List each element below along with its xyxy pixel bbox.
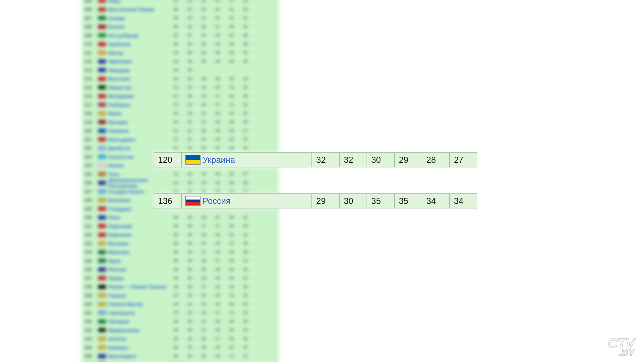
background-ranking-table: 105Перу363432312729106Восточный Тимор363… [82,0,279,362]
bg-score: 33 [201,302,207,307]
bg-score: 35 [201,267,207,272]
bg-table-row: 107Алжир353331313131 [82,14,279,23]
bg-score: 29 [201,232,207,237]
bg-score: 33 [201,172,207,176]
bg-table-row: 115Пакистан333334353434 [82,83,279,92]
bg-score: 30 [201,128,207,133]
bg-score: 25 [228,224,235,228]
bg-score: 35 [201,146,207,151]
bg-country-name: Ангола [108,336,173,342]
bg-score: 31 [215,16,221,20]
bg-score: 32 [173,128,179,133]
bg-score: 29 [173,319,179,324]
bg-country-name: Эфиопия [108,58,173,64]
bg-score: 30 [242,337,249,341]
bg-scores: 323232332930 [173,120,249,124]
bg-score: 25 [228,285,235,289]
bg-score: 27 [201,224,207,228]
bg-country-name: Гвинея [108,293,173,298]
bg-score: 32 [215,146,221,151]
bg-rank: 136 [84,267,98,272]
bg-score: 29 [228,120,235,124]
bg-score: 27 [201,250,207,255]
bg-scores: 353535333635 [173,42,249,47]
bg-score: 35 [215,137,221,142]
bg-score: 40 [215,33,221,38]
bg-scores: 293029252521 [173,276,249,280]
bg-flag-icon [98,128,106,133]
bg-rank: 125 [84,172,98,177]
bg-score: 28 [242,285,249,289]
bg-score: 29 [187,250,193,255]
bg-rank: 118 [84,111,98,116]
bg-table-row: 130Лаос303030313031 [82,213,279,222]
bg-country-name: Алжир [108,15,173,21]
bg-score: 30 [201,7,207,12]
bg-score: 25 [215,276,221,280]
bg-flag-icon [98,345,106,350]
bg-score: 34 [201,94,207,99]
bg-score: 32 [187,120,193,124]
bg-rank: 106 [84,7,98,12]
bg-flag-icon [98,120,106,124]
bg-rank: 133 [84,241,98,246]
bg-score: 30 [173,258,179,263]
bg-scores: 282930272830 [173,337,249,341]
bg-scores: 353331313131 [173,16,249,20]
bg-flag-icon [98,0,106,3]
bg-score: 32 [228,102,235,107]
bg-score: 28 [228,337,235,341]
bg-scores: 363432312729 [173,0,249,3]
bg-flag-icon [98,50,106,55]
bg-scores: 313235322834 [173,146,249,151]
bg-score: 35 [242,59,249,64]
country-link-russia[interactable]: Россия [203,196,231,206]
bg-score: 35 [187,42,193,47]
bg-score: 33 [187,16,193,20]
bg-score: 31 [201,319,207,324]
score-cell: 27 [450,152,477,167]
bg-score: 35 [201,42,207,47]
bg-score: 36 [187,59,193,64]
bg-table-row: 113Эквадор3336 [82,66,279,75]
bg-scores: 293027242528 [173,285,249,289]
bg-scores: 313034343535 [173,180,249,185]
bg-score: 31 [242,16,249,20]
country-link-ukraine[interactable]: Украина [203,155,235,165]
bg-score: 33 [215,302,221,307]
bg-scores: 323230302927 [173,128,249,133]
bg-table-row: 131Парагвай303027272525 [82,222,279,231]
bg-rank: 112 [84,59,98,64]
bg-score: 27 [242,172,249,176]
bg-score: 28 [187,241,193,246]
bg-score: 44 [228,33,235,38]
bg-score: 31 [187,137,193,142]
bg-score: 35 [173,33,179,38]
bg-score: 34 [201,50,207,55]
bg-flag-icon [98,33,106,38]
bg-rank: 124 [84,163,98,168]
bg-country-name: Парагвай [108,223,173,229]
bg-flag-icon [98,111,106,116]
bg-score: 30 [187,276,193,280]
bg-score: 35 [201,354,207,359]
bg-score: 25 [215,293,221,298]
bg-table-row: 126Доминиканская Республика313034343535 [82,179,279,188]
bg-score: 35 [228,137,235,142]
bg-score: 35 [215,267,221,272]
bg-flag-icon [98,354,106,359]
bg-country-name: Мьянма [108,241,173,246]
bg-flag-icon [98,302,106,307]
bg-scores: 303030313031 [173,215,249,220]
bg-country-name: Нигер [108,50,173,56]
bg-table-row: 122Джибути313235322834 [82,144,279,153]
bg-flag-icon [98,76,106,81]
bg-scores: 302927282526 [173,250,249,255]
bg-score: 30 [187,319,193,324]
bg-score [228,68,235,72]
bg-table-row: 136Россия293035353434 [82,265,279,274]
bg-score: 36 [201,24,207,29]
bg-score: 30 [187,180,193,185]
bg-score: 33 [173,68,179,72]
bg-score: 31 [215,215,221,220]
